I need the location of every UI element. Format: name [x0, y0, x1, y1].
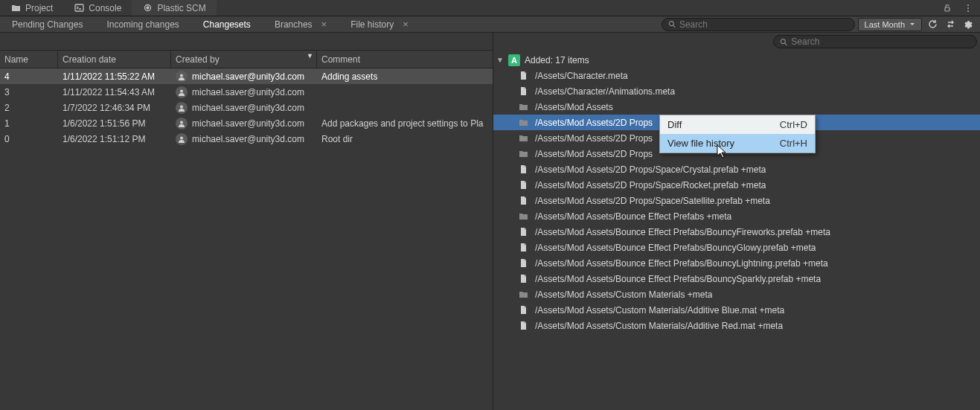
close-icon[interactable]: × — [403, 19, 409, 30]
file-path: /Assets/Mod Assets/Custom Materials +met… — [535, 289, 712, 300]
file-path: /Assets/Mod Assets/Bounce Effect Prefabs… — [535, 274, 821, 284]
tab-label: Pending Changes — [12, 19, 83, 30]
plastic-tab-file-history[interactable]: File history× — [339, 16, 420, 32]
file-icon — [519, 305, 529, 315]
changeset-search[interactable] — [662, 18, 855, 31]
author-text: michael.saver@unity3d.com — [192, 134, 304, 144]
context-menu-item-view-file-history[interactable]: View file historyCtrl+H — [660, 134, 815, 153]
lock-icon[interactable] — [940, 1, 955, 15]
settings-button[interactable] — [961, 18, 976, 31]
file-path: /Assets/Mod Assets — [535, 102, 613, 112]
header-date[interactable]: Creation date — [58, 51, 171, 68]
author-text: michael.saver@unity3d.com — [192, 103, 304, 113]
file-path: /Assets/Mod Assets/2D Props — [535, 118, 653, 128]
folder-icon — [10, 3, 21, 13]
author-text: michael.saver@unity3d.com — [192, 87, 304, 97]
svg-rect-3 — [945, 7, 949, 11]
header-comment[interactable]: Comment — [317, 51, 493, 68]
file-tree-item[interactable]: /Assets/Character.meta — [493, 68, 980, 83]
file-tree-item[interactable]: /Assets/Mod Assets/Bounce Effect Prefabs… — [493, 224, 980, 240]
window-tab-plastic-scm[interactable]: Plastic SCM — [132, 0, 216, 16]
changeset-search-input[interactable] — [679, 19, 848, 30]
svg-point-6 — [967, 10, 969, 12]
window-tab-console[interactable]: Console — [63, 0, 132, 16]
detail-search[interactable] — [773, 35, 977, 48]
svg-point-5 — [967, 7, 969, 9]
chevron-down-icon — [909, 22, 915, 28]
cell-comment: Adding assets — [317, 71, 493, 82]
file-path: /Assets/Character.meta — [535, 71, 628, 81]
context-menu-item-diff[interactable]: DiffCtrl+D — [660, 115, 815, 134]
plastic-tab-changesets[interactable]: Changesets — [191, 16, 263, 32]
changeset-row[interactable]: 21/7/2022 12:46:34 PMmichael.saver@unity… — [0, 100, 493, 115]
file-tree-item[interactable]: /Assets/Mod Assets — [493, 99, 980, 115]
file-path: /Assets/Mod Assets/2D Props — [535, 133, 653, 144]
cell-date: 1/7/2022 12:46:34 PM — [58, 103, 171, 113]
file-tree-item[interactable]: /Assets/Mod Assets/Bounce Effect Prefabs… — [493, 208, 980, 224]
plastic-tab-pending-changes[interactable]: Pending Changes — [0, 16, 95, 32]
svg-line-15 — [785, 43, 787, 45]
file-tree-item[interactable]: /Assets/Character/Animations.meta — [493, 83, 980, 99]
folder-icon — [519, 211, 529, 222]
changeset-row[interactable]: 31/11/2022 11:54:43 AMmichael.saver@unit… — [0, 84, 493, 100]
file-tree-item[interactable]: /Assets/Mod Assets/2D Props/Space/Rocket… — [493, 177, 980, 193]
file-icon — [519, 227, 529, 237]
file-icon — [519, 196, 529, 206]
file-tree-item[interactable]: /Assets/Mod Assets/2D Props/Space/Crysta… — [493, 161, 980, 177]
file-tree-item[interactable]: /Assets/Mod Assets/Bounce Effect Prefabs… — [493, 240, 980, 255]
plastic-tab-branches[interactable]: Branches× — [263, 16, 339, 32]
header-author[interactable]: Created by▼ — [171, 51, 317, 68]
added-badge-icon: A — [508, 54, 520, 66]
folder-icon — [519, 289, 529, 300]
svg-point-13 — [180, 136, 183, 139]
toolbar-right: Last Month — [662, 16, 980, 32]
cell-date: 1/6/2022 1:51:12 PM — [58, 134, 171, 144]
window-tab-project[interactable]: Project — [0, 0, 63, 16]
added-group-header[interactable]: ▼ A Added: 17 items — [493, 52, 980, 68]
cell-author: michael.saver@unity3d.com — [171, 133, 317, 145]
file-icon — [519, 274, 529, 284]
file-path: /Assets/Mod Assets/2D Props/Space/Satell… — [535, 196, 770, 206]
file-tree-item[interactable]: /Assets/Mod Assets/Custom Materials/Addi… — [493, 302, 980, 318]
file-icon — [519, 258, 529, 269]
close-icon[interactable]: × — [321, 19, 327, 30]
changeset-row[interactable]: 41/11/2022 11:55:22 AMmichael.saver@unit… — [0, 68, 493, 84]
detail-search-input[interactable] — [791, 36, 970, 47]
cell-id: 1 — [0, 118, 58, 129]
file-tree-item[interactable]: /Assets/Mod Assets/Bounce Effect Prefabs… — [493, 255, 980, 271]
file-path: /Assets/Mod Assets/Custom Materials/Addi… — [535, 321, 783, 331]
file-icon — [519, 164, 529, 175]
avatar-icon — [176, 102, 188, 114]
file-tree-item[interactable]: /Assets/Mod Assets/2D Props/Space/Satell… — [493, 193, 980, 208]
date-range-label: Last Month — [865, 20, 905, 29]
plastic-tab-incoming-changes[interactable]: Incoming changes — [95, 16, 190, 32]
file-path: /Assets/Mod Assets/Custom Materials/Addi… — [535, 305, 784, 315]
file-path: /Assets/Mod Assets/2D Props/Space/Crysta… — [535, 164, 766, 175]
file-path: /Assets/Mod Assets/Bounce Effect Prefabs… — [535, 258, 828, 269]
svg-point-9 — [180, 74, 183, 77]
kebab-icon[interactable] — [961, 1, 976, 15]
sync-button[interactable] — [943, 18, 958, 31]
tab-label: Plastic SCM — [157, 3, 205, 13]
file-icon — [519, 86, 529, 97]
file-tree-item[interactable]: /Assets/Mod Assets/Bounce Effect Prefabs… — [493, 271, 980, 286]
plastic-icon — [142, 3, 153, 13]
file-tree-item[interactable]: /Assets/Mod Assets/Custom Materials/Addi… — [493, 318, 980, 333]
file-tree-item[interactable]: /Assets/Mod Assets/Custom Materials +met… — [493, 286, 980, 302]
changeset-row[interactable]: 01/6/2022 1:51:12 PMmichael.saver@unity3… — [0, 131, 493, 147]
changeset-rows: 41/11/2022 11:55:22 AMmichael.saver@unit… — [0, 68, 493, 410]
ctx-shortcut: Ctrl+H — [780, 138, 807, 149]
folder-icon — [519, 149, 529, 159]
tab-label: Project — [25, 3, 53, 13]
changeset-row[interactable]: 11/6/2022 1:51:56 PMmichael.saver@unity3… — [0, 115, 493, 131]
file-path: /Assets/Mod Assets/Bounce Effect Prefabs… — [535, 211, 731, 222]
file-icon — [519, 71, 529, 81]
search-icon — [668, 20, 676, 28]
refresh-button[interactable] — [925, 18, 940, 31]
cell-id: 3 — [0, 87, 58, 97]
svg-point-14 — [781, 39, 785, 43]
svg-line-8 — [673, 25, 675, 28]
ctx-label: View file history — [667, 138, 734, 149]
date-range-select[interactable]: Last Month — [858, 18, 922, 31]
header-name[interactable]: Name — [0, 51, 58, 68]
